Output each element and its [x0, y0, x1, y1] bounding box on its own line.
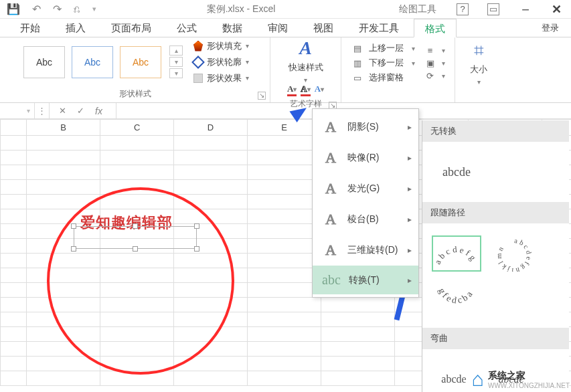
selection-pane-icon: ▭ [351, 73, 363, 83]
col-header[interactable]: E [248, 120, 321, 136]
login-button[interactable]: 登录 [542, 22, 559, 34]
shape-outline-button[interactable]: 形状轮廓▾ [193, 56, 249, 68]
send-backward-icon: ▥ [351, 58, 363, 68]
shape-styles-expand-icon[interactable]: ↘ [258, 92, 266, 100]
menu-item-shadow[interactable]: A 阴影(S)▸ [313, 112, 418, 142]
watermark: ⌂ 系统之家 WWW.XITONGZHIJIA.NET [472, 368, 570, 391]
close-button[interactable]: ✕ [552, 2, 562, 17]
name-box[interactable]: ▾ [0, 103, 35, 118]
ribbon-display-icon[interactable]: ▭ [487, 3, 499, 15]
system-buttons: ? ▭ － ✕ [457, 0, 571, 19]
tab-insert[interactable]: 插入 [55, 19, 96, 37]
tab-review[interactable]: 审阅 [257, 19, 299, 37]
tab-page-layout[interactable]: 页面布局 [100, 19, 162, 37]
menu-item-3d-rotation[interactable]: A 三维旋转(D)▸ [313, 235, 418, 266]
shape-style-option-3[interactable]: Abc [120, 46, 161, 78]
watermark-logo-icon: ⌂ [472, 368, 484, 391]
tab-start[interactable]: 开始 [9, 19, 51, 37]
tab-formulas[interactable]: 公式 [166, 19, 208, 37]
shape-outline-icon [191, 56, 205, 69]
shape-fill-button[interactable]: 形状填充▾ [193, 40, 249, 52]
menu-item-reflection[interactable]: A 映像(R)▸ [313, 142, 418, 173]
enter-icon[interactable]: ✓ [77, 106, 84, 116]
group-button[interactable]: ▣▾ [424, 58, 445, 68]
redo-icon[interactable]: ↷ [53, 3, 62, 15]
save-icon[interactable]: 💾 [7, 3, 20, 15]
send-backward-button[interactable]: ▥下移一层▾ [351, 57, 415, 69]
fx-cancel-enter: ✕ ✓ fx [50, 103, 116, 118]
reflection-glyph-icon: A [322, 149, 339, 167]
qat-icon[interactable]: ⎌ [74, 3, 80, 15]
rotate-icon: ⟳ [424, 71, 436, 81]
tab-format[interactable]: 格式 [414, 19, 457, 37]
col-header[interactable]: D [174, 120, 248, 136]
shape-style-scroll: ▴ ▾ ▾ [169, 45, 183, 79]
gallery-section-follow-path: 跟随路径 [422, 202, 569, 223]
cancel-icon[interactable]: ✕ [59, 106, 66, 116]
menu-item-bevel[interactable]: A 棱台(B)▸ [313, 204, 418, 235]
quick-styles-button[interactable]: A 快速样式 ▾ [280, 37, 331, 84]
watermark-brand: 系统之家 [488, 370, 525, 381]
svg-text:g f e d c b a: g f e d c b a [437, 287, 475, 306]
bevel-glyph-icon: A [322, 211, 339, 228]
menu-item-transform[interactable]: abc 转换(T)▸ [313, 266, 418, 294]
glow-glyph-icon: A [322, 180, 339, 197]
transform-glyph-icon: abc [322, 272, 341, 288]
qat-dropdown-icon[interactable]: ▾ [92, 5, 96, 13]
ribbon: Abc Abc Abc ▴ ▾ ▾ 形状填充▾ 形状轮廓▾ [0, 37, 571, 103]
tab-view[interactable]: 视图 [303, 19, 344, 37]
bring-forward-button[interactable]: ▤上移一层▾ [351, 42, 415, 54]
shadow-glyph-icon: A [322, 118, 339, 136]
align-button[interactable]: ≡▾ [424, 45, 445, 56]
shape-style-scroll-down[interactable]: ▾ [169, 57, 183, 67]
tab-developer[interactable]: 开发工具 [348, 19, 410, 37]
fx-button[interactable]: fx [95, 106, 102, 116]
shape-effects-button[interactable]: 形状效果▾ [193, 72, 249, 84]
group-icon: ▣ [424, 58, 436, 68]
transform-option-none[interactable]: abcde [432, 154, 481, 190]
col-header[interactable]: B [27, 120, 100, 136]
text-fill-button[interactable]: A▾ [287, 84, 297, 96]
rotate-button[interactable]: ⟳▾ [424, 71, 445, 81]
shape-style-option-1[interactable]: Abc [23, 46, 65, 78]
watermark-url: WWW.XITONGZHIJIA.NET [488, 382, 570, 389]
shape-style-gallery-expand[interactable]: ▾ [169, 68, 183, 78]
undo-icon[interactable]: ↶ [32, 3, 41, 15]
align-icon: ≡ [424, 45, 436, 56]
transform-option-circle[interactable]: a b c d e f g h i j k l m n [489, 235, 539, 272]
ribbon-tabs: 开始 插入 页面布局 公式 数据 审阅 视图 开发工具 格式 登录 [0, 19, 571, 37]
text-outline-button[interactable]: A▾ [301, 84, 310, 96]
shape-fill-icon [193, 41, 203, 52]
title-bar: 💾 ↶ ↷ ⎌ ▾ 案例.xlsx - Excel 绘图工具 ? ▭ － ✕ [0, 0, 571, 19]
svg-text:a b c d e f g h i j k l m n: a b c d e f g h i j k l m n [495, 237, 532, 272]
size-button[interactable]: ⌗ 大小 ▾ [462, 40, 495, 86]
shape-styles-group-label: 形状样式 ↘ [0, 86, 270, 102]
contextual-tab-title: 绘图工具 [379, 3, 457, 15]
name-box-dropdown[interactable]: ⋮ [35, 103, 50, 118]
rotation-3d-glyph-icon: A [322, 241, 339, 259]
text-effects-button[interactable]: A▾ [315, 84, 324, 96]
quick-styles-icon: A [299, 37, 312, 59]
gallery-section-warp: 弯曲 [422, 328, 569, 349]
col-header[interactable]: C [100, 120, 174, 136]
shape-style-scroll-up[interactable]: ▴ [169, 45, 183, 56]
help-button[interactable]: ? [457, 3, 469, 15]
gallery-section-no-transform: 无转换 [422, 120, 569, 142]
menu-item-glow[interactable]: A 发光(G)▸ [313, 173, 418, 204]
selection-pane-button[interactable]: ▭选择窗格 [351, 72, 415, 84]
size-icon: ⌗ [474, 40, 484, 61]
shape-selection-box[interactable] [74, 226, 197, 249]
text-effects-menu: A 阴影(S)▸ A 映像(R)▸ A 发光(G)▸ A 棱台(B)▸ A 三维… [312, 108, 419, 298]
tab-data[interactable]: 数据 [212, 19, 253, 37]
bring-forward-icon: ▤ [351, 43, 363, 54]
minimize-button[interactable]: － [518, 0, 533, 19]
select-all-corner[interactable] [1, 120, 27, 136]
window-title: 案例.xlsx - Excel [103, 3, 379, 15]
transform-option-arch-up[interactable]: a b c d e f g [432, 235, 481, 272]
transform-option-arch-down[interactable]: g f e d c b a [432, 280, 481, 316]
svg-text:a b c d e f g: a b c d e f g [433, 244, 479, 266]
shape-style-option-2[interactable]: Abc [72, 46, 113, 78]
transform-gallery: 无转换 abcde 跟随路径 a b c d e f g a b c d e f… [422, 120, 569, 392]
shape-effects-icon [193, 74, 203, 83]
quick-access-toolbar: 💾 ↶ ↷ ⎌ ▾ [0, 3, 103, 15]
